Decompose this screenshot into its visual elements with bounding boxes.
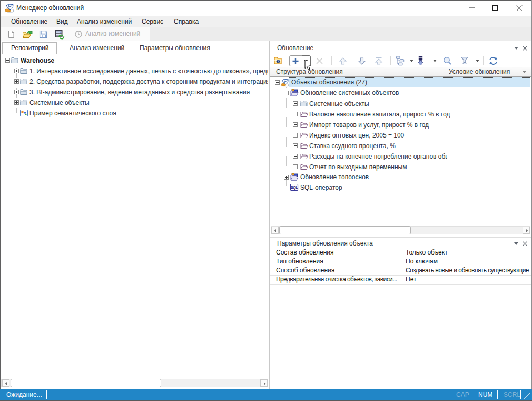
- svg-text:SQL: SQL: [291, 185, 298, 190]
